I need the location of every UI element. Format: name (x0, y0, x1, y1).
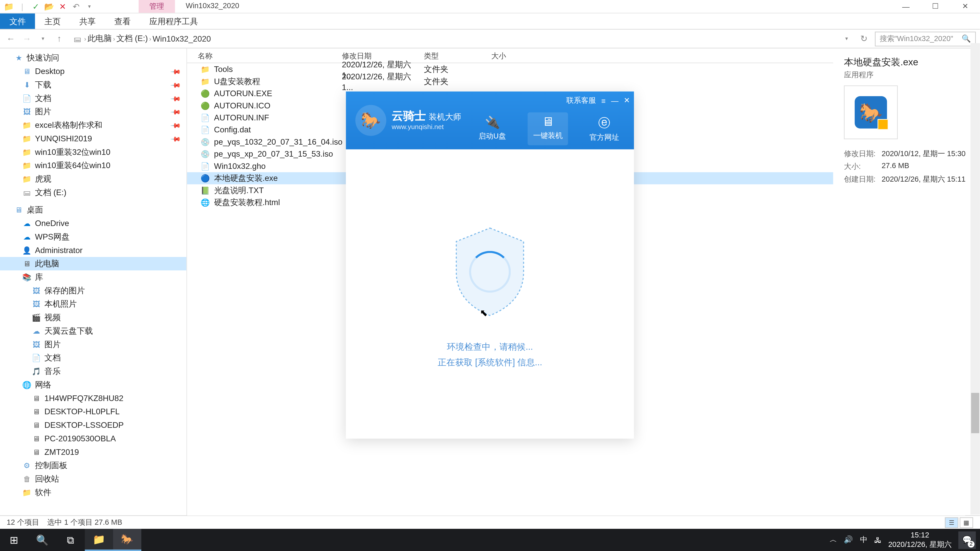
taskview-button[interactable]: ⧉ (57, 529, 85, 551)
file-row[interactable]: 📁U盘安装教程2020/12/26, 星期六 1...文件夹 (187, 75, 833, 87)
folder-icon[interactable]: 📁 (3, 0, 15, 12)
network-icon: 🌐 (21, 380, 32, 389)
sidebar-net-pc[interactable]: 🖥DESKTOP-LSSOEDP (0, 418, 186, 432)
sidebar-win32[interactable]: 📁win10重装32位win10 (0, 145, 186, 159)
logo-icon: 🐎 (355, 105, 386, 136)
sidebar-wps[interactable]: ☁WPS网盘 (0, 230, 186, 244)
breadcrumb[interactable]: 🖴 › 此电脑 › 文档 (E:) › Win10x32_2020 (68, 32, 837, 45)
check-icon[interactable]: ✓ (30, 0, 41, 12)
sidebar-label: 下载 (35, 79, 51, 91)
delete-icon[interactable]: ✕ (57, 0, 68, 12)
back-button[interactable]: ← (4, 32, 18, 45)
addr-dropdown[interactable]: ▾ (840, 32, 853, 45)
sidebar-excel[interactable]: 📁excel表格制作求和📌 (0, 118, 186, 132)
search-button[interactable]: 🔍 (28, 529, 57, 551)
dropdown-icon[interactable]: ▾ (83, 0, 95, 12)
col-type[interactable]: 类型 (418, 48, 486, 62)
breadcrumb-pc[interactable]: 此电脑 (88, 33, 112, 44)
dialog-tab-website[interactable]: ⓔ官方网址 (584, 112, 625, 145)
sidebar-docdrive[interactable]: 🖴文档 (E:) (0, 186, 186, 199)
sidebar-video[interactable]: 🎬视频 (0, 311, 186, 324)
start-button[interactable]: ⊞ (0, 529, 28, 551)
sidebar-yun2019[interactable]: 📁YUNQISHI2019📌 (0, 132, 186, 145)
dialog-tab-install[interactable]: 🖥一键装机 (528, 112, 568, 145)
dialog-close-button[interactable]: ✕ (624, 96, 630, 105)
vertical-scrollbar[interactable] (970, 43, 980, 515)
chevron-icon[interactable]: › (84, 35, 86, 42)
sidebar-localpics[interactable]: 🖼本机照片 (0, 297, 186, 311)
sidebar-net-pc[interactable]: 🖥DESKTOP-HL0PLFL (0, 405, 186, 418)
sidebar-huguan[interactable]: 📁虎观 (0, 172, 186, 186)
view-tab[interactable]: 查看 (105, 14, 140, 29)
search-icon[interactable]: 🔍 (962, 34, 971, 43)
col-size[interactable]: 大小 (486, 48, 540, 62)
undo-icon[interactable]: ↶ (70, 0, 82, 12)
file-tab[interactable]: 文件 (0, 14, 35, 29)
icons-view-button[interactable]: ▦ (959, 517, 973, 528)
manage-tab[interactable]: 管理 (138, 0, 175, 13)
home-tab[interactable]: 主页 (35, 14, 70, 29)
apptools-tab[interactable]: 应用程序工具 (140, 14, 207, 29)
sidebar-downloads[interactable]: ⬇下载📌 (0, 78, 186, 92)
status-text: 环境检查中，请稍候... 正在获取 [系统软件] 信息... (438, 339, 542, 370)
sidebar-onedrive[interactable]: ☁OneDrive (0, 217, 186, 230)
sidebar-net-pc[interactable]: 🖥PC-20190530OBLA (0, 432, 186, 445)
clock[interactable]: 15:12 2020/12/26, 星期六 (888, 531, 951, 549)
scrollbar-thumb[interactable] (971, 393, 979, 433)
volume-icon[interactable]: 🔊 (844, 535, 853, 544)
sidebar-admin[interactable]: 👤Administrator (0, 244, 186, 257)
ime-indicator[interactable]: 中 (860, 535, 867, 545)
network-icon[interactable]: 🖧 (874, 536, 881, 544)
sidebar-pics[interactable]: 🖼图片📌 (0, 105, 186, 118)
share-tab[interactable]: 共享 (70, 14, 105, 29)
installer-taskbar[interactable]: 🐎 (113, 529, 142, 551)
sidebar-docs[interactable]: 📄文档📌 (0, 92, 186, 105)
contact-link[interactable]: 联系客服 (566, 95, 596, 106)
sidebar-thispc[interactable]: 🖥此电脑 (0, 257, 186, 270)
sidebar-quick-access[interactable]: ★快速访问 (0, 51, 186, 65)
close-button[interactable]: ✕ (950, 0, 980, 13)
sidebar-music[interactable]: 🎵音乐 (0, 365, 186, 378)
explorer-taskbar[interactable]: 📁 (85, 529, 113, 551)
dialog-tab-usb[interactable]: 🔌启动U盘 (473, 112, 511, 145)
sidebar-network[interactable]: 🌐网络 (0, 378, 186, 392)
sidebar-net-pc[interactable]: 🖥ZMT2019 (0, 445, 186, 459)
col-name[interactable]: 名称 (187, 48, 336, 62)
chevron-icon[interactable]: › (113, 35, 115, 42)
dialog-header[interactable]: 联系客服 ≡ — ✕ 🐎 云骑士 装机大师 www.yunqishi.net 🔌… (346, 92, 634, 149)
sidebar-win64[interactable]: 📁win10重装64位win10 (0, 159, 186, 172)
sidebar-tianyi[interactable]: ☁天翼云盘下载 (0, 324, 186, 338)
search-input[interactable]: 搜索"Win10x32_2020" 🔍 (875, 32, 976, 46)
sidebar-recycle[interactable]: 🗑回收站 (0, 472, 186, 486)
sidebar-pics2[interactable]: 🖼图片 (0, 338, 186, 351)
tray-chevron-icon[interactable]: ︿ (830, 535, 837, 545)
sidebar-cpanel[interactable]: ⚙控制面板 (0, 459, 186, 472)
forward-button[interactable]: → (20, 32, 34, 45)
breadcrumb-drive[interactable]: 文档 (E:) (116, 33, 148, 44)
window-controls: — ☐ ✕ (891, 0, 980, 13)
sidebar-desktop2[interactable]: 🖥桌面 (0, 203, 186, 217)
details-view-button[interactable]: ☰ (945, 517, 958, 528)
dialog-menu-button[interactable]: ≡ (601, 97, 606, 105)
user-icon: 👤 (21, 246, 32, 255)
navigation-sidebar[interactable]: ★快速访问 🖥Desktop📌 ⬇下载📌 📄文档📌 🖼图片📌 📁excel表格制… (0, 48, 187, 515)
sidebar-label: 图片 (35, 106, 51, 118)
up-button[interactable]: ↑ (52, 32, 66, 45)
sidebar-docs2[interactable]: 📄文档 (0, 351, 186, 365)
open-icon[interactable]: 📂 (43, 0, 55, 12)
sidebar-lib[interactable]: 📚库 (0, 270, 186, 284)
file-size (486, 67, 540, 72)
titlebar-tabs: 管理 Win10x32_2020 (138, 0, 250, 13)
sidebar-desktop[interactable]: 🖥Desktop📌 (0, 65, 186, 78)
breadcrumb-folder[interactable]: Win10x32_2020 (153, 34, 211, 43)
maximize-button[interactable]: ☐ (921, 0, 950, 13)
recent-dropdown[interactable]: ▾ (36, 32, 50, 45)
minimize-button[interactable]: — (891, 0, 921, 13)
dialog-minimize-button[interactable]: — (611, 97, 618, 105)
chevron-icon[interactable]: › (149, 35, 151, 42)
sidebar-savedpics[interactable]: 🖼保存的图片 (0, 284, 186, 297)
notification-button[interactable]: 💬2 (958, 531, 976, 549)
sidebar-net-pc[interactable]: 🖥1H4WPFQ7KZ8HU82 (0, 392, 186, 405)
sidebar-software[interactable]: 📁软件 (0, 486, 186, 499)
refresh-button[interactable]: ↻ (858, 32, 871, 45)
